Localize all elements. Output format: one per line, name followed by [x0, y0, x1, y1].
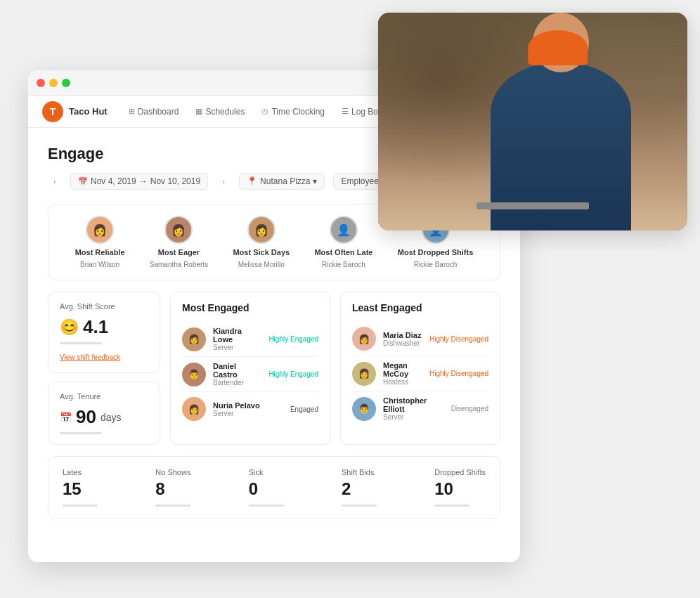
book-icon: ☰: [342, 107, 349, 116]
badge-name: Brian Wilson: [80, 261, 119, 268]
engagement-status: Highly Engaged: [268, 370, 318, 378]
badge-title: Most Reliable: [75, 248, 125, 256]
avatar: 👩: [182, 327, 206, 351]
stat-value: 0: [249, 479, 284, 499]
person-role: Server: [213, 344, 261, 351]
clock-icon: ◷: [261, 107, 268, 116]
minimize-button[interactable]: [49, 79, 58, 87]
badge-most-often-late: 👤 Most Often Late Rickie Baroch: [314, 216, 372, 268]
avatar: 👨: [182, 363, 206, 386]
disengaged-person-3: 👨 Christopher Elliott Server Disengaged: [352, 391, 488, 426]
stat-label: Sick: [249, 468, 284, 476]
avg-tenure-label: Avg. Tenure: [60, 392, 148, 401]
nav-dashboard[interactable]: ⊞ Dashboard: [129, 107, 179, 117]
avg-shift-score-card: Avg. Shift Score 😊 4.1 View shift feedba…: [48, 292, 160, 373]
stat-lates: Lates 15: [63, 468, 98, 507]
least-engaged-card: Least Engaged 👩 Maria Diaz Dishwasher Hi…: [340, 292, 500, 445]
middle-section: Avg. Shift Score 😊 4.1 View shift feedba…: [48, 292, 500, 445]
person-role: Hostess: [383, 378, 422, 386]
avatar: 👩: [86, 216, 114, 244]
disengaged-person-2: 👩 Megan McCoy Hostess Highly Disengaged: [352, 356, 488, 391]
stat-label: Dropped Shifts: [434, 468, 486, 476]
calendar-icon: 📅: [60, 412, 72, 423]
stat-value: 15: [63, 479, 98, 499]
brand-name: Taco Hut: [69, 106, 108, 117]
schedules-icon: ▦: [195, 107, 202, 116]
engaged-person-2: 👨 Daniel Castro Bartender Highly Engaged: [182, 357, 318, 392]
stat-value: 2: [342, 479, 377, 499]
stat-shift-bids: Shift Bids 2: [342, 468, 377, 507]
nav-items: ⊞ Dashboard ▦ Schedules ◷ Time Clocking …: [129, 107, 387, 117]
person-role: Dishwasher: [383, 339, 422, 347]
most-engaged-card: Most Engaged 👩 Kiandra Lowe Server Highl…: [170, 292, 330, 445]
date-range[interactable]: 📅 Nov 4, 2019 → Nov 10, 2019: [70, 173, 208, 190]
person-name: Kiandra Lowe: [213, 327, 261, 344]
hero-photo: [378, 13, 687, 230]
avatar: 👩: [182, 397, 206, 421]
shift-progress-bar: [60, 342, 102, 344]
app-logo: T: [42, 101, 63, 122]
stat-bar: [342, 505, 377, 507]
person-role: Server: [383, 413, 444, 421]
disengagement-status: Highly Disengaged: [429, 335, 488, 343]
badge-title: Most Eager: [158, 248, 200, 256]
badge-most-reliable: 👩 Most Reliable Brian Wilson: [75, 216, 125, 268]
metrics-column: Avg. Shift Score 😊 4.1 View shift feedba…: [48, 292, 160, 445]
location-icon: 📍: [247, 176, 257, 186]
person-name: Megan McCoy: [383, 361, 422, 378]
badge-title: Most Sick Days: [233, 248, 290, 256]
view-shift-feedback-link[interactable]: View shift feedback: [60, 353, 120, 361]
avatar: 👩: [352, 327, 376, 351]
badge-name: Samantha Roberts: [150, 261, 208, 268]
avatar: 👤: [330, 216, 358, 244]
smile-icon: 😊: [60, 318, 79, 337]
stat-value: 10: [434, 479, 486, 499]
nav-time-clocking[interactable]: ◷ Time Clocking: [261, 107, 325, 117]
avatar: 👩: [247, 216, 276, 244]
dashboard-icon: ⊞: [129, 107, 135, 116]
engagement-status: Highly Engaged: [268, 335, 318, 343]
person-name: Daniel Castro: [213, 362, 261, 379]
avg-tenure-card: Avg. Tenure 📅 90 days: [48, 382, 160, 445]
stat-sick: Sick 0: [249, 468, 284, 507]
person-name: Maria Diaz: [383, 331, 422, 339]
engaged-person-1: 👩 Kiandra Lowe Server Highly Engaged: [182, 322, 318, 357]
badge-name: Melissa Morillo: [238, 261, 285, 268]
person-name: Nuria Pelavo: [213, 401, 283, 410]
chevron-down-icon: ▾: [313, 176, 317, 186]
stat-no-shows: No Shows 8: [155, 468, 190, 507]
maximize-button[interactable]: [62, 79, 70, 87]
avg-shift-label: Avg. Shift Score: [60, 302, 148, 311]
avatar: 👨: [352, 397, 376, 421]
disengagement-status: Disengaged: [451, 405, 488, 412]
stat-value: 8: [155, 479, 190, 499]
badge-most-eager: 👩 Most Eager Samantha Roberts: [150, 216, 208, 268]
badge-most-sick-days: 👩 Most Sick Days Melissa Morillo: [233, 216, 290, 268]
stat-bar: [249, 505, 284, 507]
stat-bar: [63, 505, 98, 507]
date-next-button[interactable]: ›: [216, 174, 231, 188]
disengagement-status: Highly Disengaged: [429, 370, 488, 377]
most-engaged-title: Most Engaged: [182, 302, 318, 313]
stat-label: Lates: [63, 468, 98, 476]
least-engaged-title: Least Engaged: [352, 302, 488, 313]
engagement-status: Engaged: [290, 405, 318, 413]
badge-title: Most Often Late: [314, 248, 372, 256]
stats-row: Lates 15 No Shows 8 Sick 0 Shift Bids 2 …: [48, 456, 500, 519]
laptop: [477, 202, 589, 209]
stat-label: Shift Bids: [342, 468, 377, 476]
avg-tenure-value: 90: [76, 406, 96, 428]
badge-name: Rickie Baroch: [322, 261, 365, 268]
close-button[interactable]: [37, 79, 45, 87]
badge-title: Most Dropped Shifts: [398, 248, 474, 256]
badge-name: Rickie Baroch: [414, 261, 458, 268]
location-filter[interactable]: 📍 Nutana Pizza ▾: [239, 173, 325, 190]
avatar: 👩: [164, 216, 193, 244]
person-role: Bartender: [213, 379, 261, 386]
tenure-progress-bar: [60, 432, 102, 434]
avg-shift-value: 4.1: [83, 316, 108, 338]
engaged-person-3: 👩 Nuria Pelavo Server Engaged: [182, 392, 318, 426]
date-prev-button[interactable]: ‹: [48, 174, 62, 188]
nav-schedules[interactable]: ▦ Schedules: [195, 107, 245, 117]
tenure-unit: days: [101, 412, 122, 423]
